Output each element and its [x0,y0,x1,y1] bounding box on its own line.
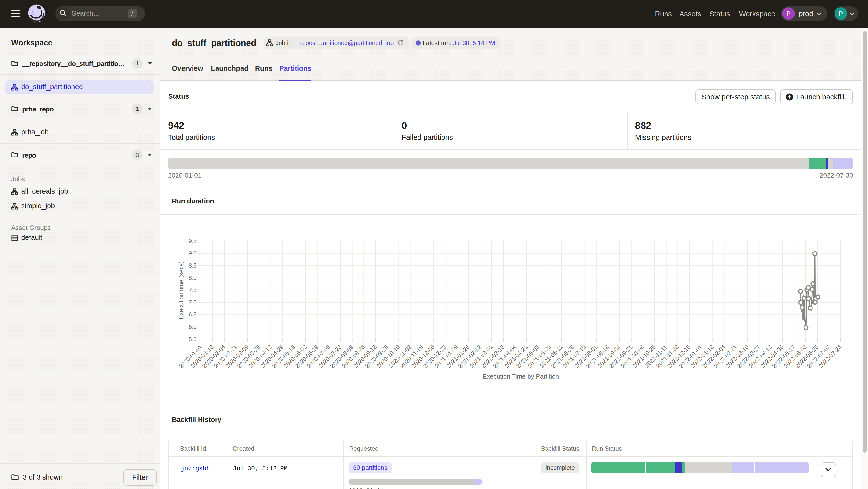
svg-text:6.5: 6.5 [189,311,197,318]
svg-text:9.5: 9.5 [189,238,197,244]
svg-text:8.5: 8.5 [189,262,197,269]
svg-text:7.5: 7.5 [189,287,197,293]
svg-text:Execution time (secs): Execution time (secs) [178,261,185,319]
svg-text:5.5: 5.5 [189,336,197,343]
svg-text:7.0: 7.0 [189,299,197,305]
svg-text:9.0: 9.0 [189,250,197,257]
svg-text:6.0: 6.0 [189,324,197,330]
svg-text:8.0: 8.0 [189,274,197,281]
